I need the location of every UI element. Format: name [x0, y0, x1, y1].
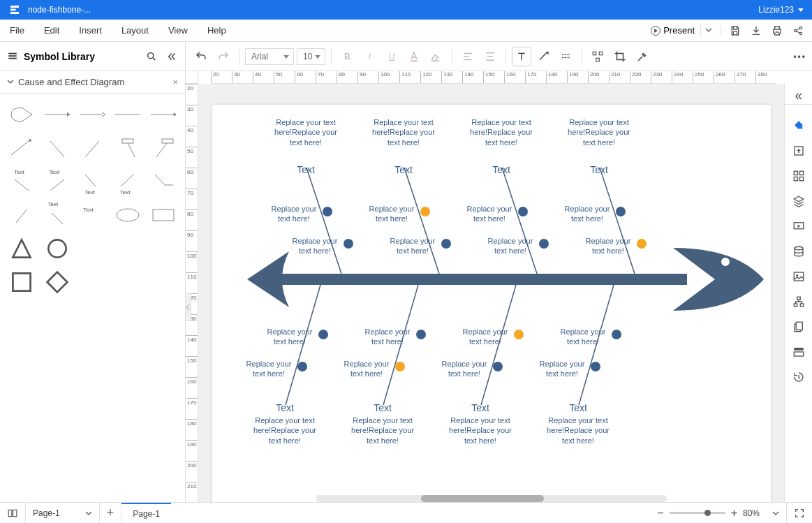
comments-panel-icon[interactable]	[792, 345, 806, 359]
slideshow-panel-icon[interactable]	[792, 219, 806, 233]
cause-text[interactable]: Replace your text here!	[385, 236, 440, 256]
shape-t3[interactable]: Text	[76, 166, 109, 197]
menu-edit[interactable]: Edit	[34, 25, 69, 36]
download-icon[interactable]	[751, 25, 762, 36]
underline-button[interactable]: U	[382, 47, 401, 66]
category-label[interactable]: Text	[274, 163, 338, 176]
category-label[interactable]: Text	[448, 402, 512, 414]
data-panel-icon[interactable]	[792, 244, 806, 258]
zoom-out-button[interactable]: −	[657, 507, 663, 520]
grid-panel-icon[interactable]	[792, 169, 806, 183]
page-tab-active[interactable]: Page-1	[121, 503, 171, 523]
shape-diamond[interactable]	[41, 267, 74, 297]
toolbar-more-button[interactable]: •••	[793, 52, 806, 61]
category-label[interactable]: Text	[371, 163, 436, 176]
cause-node[interactable]	[344, 239, 353, 249]
outline-view-button[interactable]	[0, 503, 25, 523]
cause-node[interactable]	[416, 330, 426, 339]
cause-node[interactable]	[323, 207, 332, 216]
close-panel-icon[interactable]: ×	[172, 77, 178, 87]
shape-bone-sm2[interactable]: Text	[41, 200, 74, 230]
shape-spine-arrow-2[interactable]	[76, 99, 109, 130]
shape-t2[interactable]: Text	[41, 166, 74, 197]
cause-node[interactable]	[441, 239, 451, 249]
category-text[interactable]: Replace your text here!Replace your text…	[469, 117, 533, 147]
shape-bone-rect-down[interactable]	[112, 133, 145, 163]
category-label[interactable]: Text	[253, 402, 317, 414]
category-label[interactable]: Text	[546, 402, 610, 414]
ruler-horizontal[interactable]: 2030405060708090100110120130140150160170…	[211, 71, 776, 84]
fullscreen-button[interactable]	[787, 503, 812, 523]
fill-panel-icon[interactable]	[792, 119, 806, 133]
zoom-slider[interactable]	[670, 512, 725, 514]
distribute-button[interactable]	[588, 47, 607, 66]
shape-line[interactable]	[112, 99, 145, 130]
shape-t4[interactable]: Text	[112, 166, 145, 197]
menu-file[interactable]: File	[0, 25, 34, 36]
shape-bone-rect-up[interactable]	[147, 133, 179, 163]
canvas-viewport[interactable]: Replace your text here!Replace your text…	[198, 84, 784, 502]
horizontal-scrollbar[interactable]	[316, 495, 667, 502]
fontsize-select[interactable]: 10	[297, 48, 325, 65]
category-text[interactable]: Replace your text here!Replace your text…	[371, 117, 436, 147]
font-select[interactable]: Arial	[245, 48, 294, 65]
shape-spine-arrow[interactable]	[41, 99, 74, 130]
scrollbar-thumb[interactable]	[421, 495, 544, 502]
cause-text[interactable]: Replace your text here!	[364, 204, 419, 224]
cause-node[interactable]	[637, 239, 647, 249]
cause-node[interactable]	[395, 362, 405, 371]
user-menu[interactable]: Lizzie123	[758, 5, 804, 15]
present-dropdown[interactable]	[700, 25, 716, 36]
category-text[interactable]: Replace your text here!Replace your text…	[253, 415, 317, 445]
image-panel-icon[interactable]	[792, 270, 806, 283]
shape-rect[interactable]	[147, 200, 179, 230]
shape-triangle[interactable]	[6, 233, 38, 264]
cause-text[interactable]: Replace your text here!	[462, 204, 517, 224]
category-text[interactable]: Replace your text here!Replace your text…	[350, 415, 415, 445]
cause-text[interactable]: Replace your text here!	[560, 204, 614, 224]
shape-square[interactable]	[6, 267, 38, 297]
sidebar-collapse-handle[interactable]	[186, 293, 191, 321]
shape-t5[interactable]	[147, 166, 179, 197]
zoom-value[interactable]: 80%	[743, 508, 767, 518]
menu-view[interactable]: View	[158, 25, 198, 36]
shape-bone-down[interactable]	[41, 133, 74, 163]
shape-arrow-up[interactable]	[6, 133, 38, 163]
menu-help[interactable]: Help	[198, 25, 236, 36]
expand-rail-icon[interactable]	[785, 88, 812, 105]
category-text[interactable]: Replace your text here!Replace your text…	[567, 117, 631, 147]
save-icon[interactable]	[730, 25, 741, 36]
align-h-button[interactable]	[458, 47, 478, 66]
collapse-sidebar-icon[interactable]	[164, 50, 178, 64]
shape-circle[interactable]	[41, 233, 74, 264]
share-icon[interactable]	[792, 25, 804, 36]
cause-node[interactable]	[518, 207, 528, 216]
cause-text[interactable]: Replace your text here!	[360, 327, 415, 347]
category-text[interactable]: Replace your text here!Replace your text…	[448, 415, 512, 445]
cause-node[interactable]	[612, 330, 621, 339]
cause-text[interactable]: Replace your text here!	[267, 204, 321, 224]
present-button[interactable]: Present	[645, 25, 700, 36]
shape-t1[interactable]: Text	[6, 166, 38, 197]
cause-text[interactable]: Replace your text here!	[263, 327, 317, 347]
add-page-button[interactable]: +	[100, 503, 121, 523]
cause-text[interactable]: Replace your text here!	[581, 236, 635, 256]
shape-bone-sm1[interactable]	[6, 200, 38, 230]
cause-node[interactable]	[616, 207, 626, 216]
cause-text[interactable]: Replace your text here!	[458, 327, 512, 347]
export-panel-icon[interactable]	[792, 144, 806, 158]
page-select[interactable]: Page-1	[26, 503, 99, 523]
category-label[interactable]: Text	[469, 163, 533, 176]
line-style-button[interactable]	[556, 47, 576, 66]
cause-node[interactable]	[514, 330, 524, 339]
menu-insert[interactable]: Insert	[69, 25, 112, 36]
category-label[interactable]: Text	[567, 163, 631, 176]
crop-button[interactable]	[610, 47, 630, 66]
cause-node[interactable]	[539, 239, 549, 249]
cause-text[interactable]: Replace your text here!	[556, 327, 610, 347]
shape-bone-up[interactable]	[76, 133, 109, 163]
shape-ellipse[interactable]	[112, 200, 145, 230]
connector-button[interactable]	[534, 47, 554, 66]
cause-text[interactable]: Replace your text here!	[483, 236, 538, 256]
text-tool-button[interactable]	[512, 47, 531, 66]
